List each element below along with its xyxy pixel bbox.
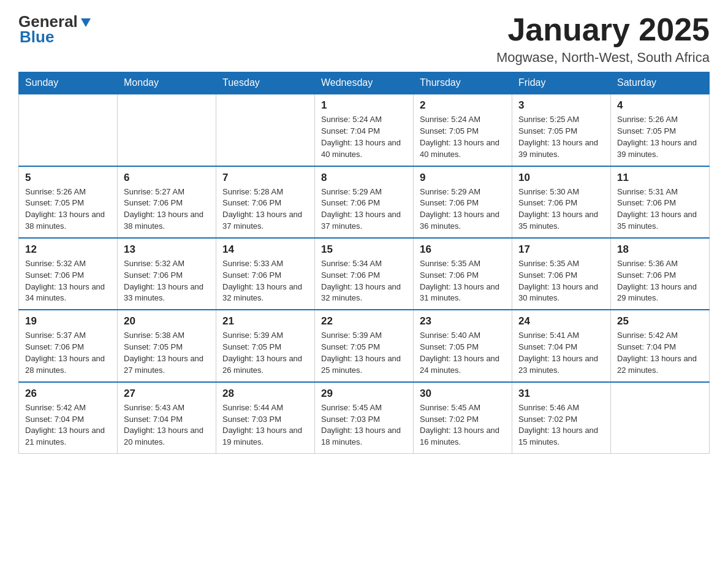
day-info: Sunrise: 5:35 AMSunset: 7:06 PMDaylight:… [518, 258, 604, 304]
day-info: Sunrise: 5:42 AMSunset: 7:04 PMDaylight:… [25, 402, 111, 448]
day-info: Sunrise: 5:24 AMSunset: 7:05 PMDaylight:… [420, 114, 506, 160]
day-number: 5 [25, 172, 111, 184]
day-info: Sunrise: 5:45 AMSunset: 7:02 PMDaylight:… [420, 402, 506, 448]
day-info: Sunrise: 5:39 AMSunset: 7:05 PMDaylight:… [321, 330, 407, 376]
day-number: 29 [321, 388, 407, 400]
col-thursday: Thursday [414, 72, 512, 94]
calendar-cell-w2-d1: 5Sunrise: 5:26 AMSunset: 7:05 PMDaylight… [19, 166, 118, 238]
calendar-cell-w4-d5: 23Sunrise: 5:40 AMSunset: 7:05 PMDayligh… [414, 310, 512, 381]
calendar-cell-w1-d2 [118, 94, 216, 166]
calendar-cell-w4-d7: 25Sunrise: 5:42 AMSunset: 7:04 PMDayligh… [611, 310, 710, 381]
col-monday: Monday [118, 72, 216, 94]
calendar-cell-w3-d6: 17Sunrise: 5:35 AMSunset: 7:06 PMDayligh… [512, 238, 611, 310]
day-info: Sunrise: 5:32 AMSunset: 7:06 PMDaylight:… [25, 258, 111, 304]
calendar-cell-w3-d5: 16Sunrise: 5:35 AMSunset: 7:06 PMDayligh… [414, 238, 512, 310]
calendar-cell-w1-d3 [216, 94, 315, 166]
day-number: 26 [25, 388, 111, 400]
day-number: 16 [420, 243, 506, 256]
day-info: Sunrise: 5:38 AMSunset: 7:05 PMDaylight:… [124, 330, 210, 376]
calendar-cell-w5-d3: 28Sunrise: 5:44 AMSunset: 7:03 PMDayligh… [216, 382, 315, 454]
day-number: 25 [617, 315, 703, 327]
logo-triangle-icon [79, 16, 93, 29]
day-number: 23 [420, 315, 506, 327]
day-number: 4 [617, 99, 703, 112]
day-number: 8 [321, 172, 407, 184]
day-number: 24 [518, 315, 604, 327]
day-info: Sunrise: 5:33 AMSunset: 7:06 PMDaylight:… [222, 258, 308, 304]
calendar-cell-w5-d4: 29Sunrise: 5:45 AMSunset: 7:03 PMDayligh… [315, 382, 414, 454]
calendar-cell-w5-d1: 26Sunrise: 5:42 AMSunset: 7:04 PMDayligh… [19, 382, 118, 454]
day-info: Sunrise: 5:42 AMSunset: 7:04 PMDaylight:… [617, 330, 703, 376]
calendar-cell-w2-d4: 8Sunrise: 5:29 AMSunset: 7:06 PMDaylight… [315, 166, 414, 238]
col-sunday: Sunday [19, 72, 118, 94]
day-number: 21 [222, 315, 308, 327]
day-info: Sunrise: 5:30 AMSunset: 7:06 PMDaylight:… [518, 186, 604, 232]
day-info: Sunrise: 5:29 AMSunset: 7:06 PMDaylight:… [321, 186, 407, 232]
calendar-cell-w4-d4: 22Sunrise: 5:39 AMSunset: 7:05 PMDayligh… [315, 310, 414, 381]
week-row-5: 26Sunrise: 5:42 AMSunset: 7:04 PMDayligh… [19, 382, 710, 454]
day-number: 13 [124, 243, 210, 256]
calendar-title: January 2025 [496, 12, 710, 47]
day-number: 28 [222, 388, 308, 400]
calendar-cell-w1-d6: 3Sunrise: 5:25 AMSunset: 7:05 PMDaylight… [512, 94, 611, 166]
calendar-cell-w5-d5: 30Sunrise: 5:45 AMSunset: 7:02 PMDayligh… [414, 382, 512, 454]
calendar-cell-w3-d2: 13Sunrise: 5:32 AMSunset: 7:06 PMDayligh… [118, 238, 216, 310]
day-info: Sunrise: 5:29 AMSunset: 7:06 PMDaylight:… [420, 186, 506, 232]
day-number: 2 [420, 99, 506, 112]
day-number: 18 [617, 243, 703, 256]
calendar-header-row: Sunday Monday Tuesday Wednesday Thursday… [19, 72, 710, 94]
calendar-cell-w4-d2: 20Sunrise: 5:38 AMSunset: 7:05 PMDayligh… [118, 310, 216, 381]
day-info: Sunrise: 5:46 AMSunset: 7:02 PMDaylight:… [518, 402, 604, 448]
day-number: 22 [321, 315, 407, 327]
calendar-cell-w2-d3: 7Sunrise: 5:28 AMSunset: 7:06 PMDaylight… [216, 166, 315, 238]
day-number: 17 [518, 243, 604, 256]
day-info: Sunrise: 5:31 AMSunset: 7:06 PMDaylight:… [617, 186, 703, 232]
day-info: Sunrise: 5:26 AMSunset: 7:05 PMDaylight:… [617, 114, 703, 160]
calendar-cell-w3-d7: 18Sunrise: 5:36 AMSunset: 7:06 PMDayligh… [611, 238, 710, 310]
day-info: Sunrise: 5:25 AMSunset: 7:05 PMDaylight:… [518, 114, 604, 160]
calendar-cell-w3-d1: 12Sunrise: 5:32 AMSunset: 7:06 PMDayligh… [19, 238, 118, 310]
week-row-2: 5Sunrise: 5:26 AMSunset: 7:05 PMDaylight… [19, 166, 710, 238]
day-number: 15 [321, 243, 407, 256]
calendar-cell-w4-d1: 19Sunrise: 5:37 AMSunset: 7:06 PMDayligh… [19, 310, 118, 381]
day-info: Sunrise: 5:35 AMSunset: 7:06 PMDaylight:… [420, 258, 506, 304]
page-header: General Blue January 2025 Mogwase, North… [18, 12, 710, 66]
calendar-cell-w2-d7: 11Sunrise: 5:31 AMSunset: 7:06 PMDayligh… [611, 166, 710, 238]
day-number: 12 [25, 243, 111, 256]
calendar-cell-w1-d4: 1Sunrise: 5:24 AMSunset: 7:04 PMDaylight… [315, 94, 414, 166]
day-info: Sunrise: 5:24 AMSunset: 7:04 PMDaylight:… [321, 114, 407, 160]
col-wednesday: Wednesday [315, 72, 414, 94]
calendar-cell-w2-d5: 9Sunrise: 5:29 AMSunset: 7:06 PMDaylight… [414, 166, 512, 238]
calendar-cell-w1-d5: 2Sunrise: 5:24 AMSunset: 7:05 PMDaylight… [414, 94, 512, 166]
calendar-cell-w3-d3: 14Sunrise: 5:33 AMSunset: 7:06 PMDayligh… [216, 238, 315, 310]
day-info: Sunrise: 5:44 AMSunset: 7:03 PMDaylight:… [222, 402, 308, 448]
svg-marker-0 [81, 18, 91, 27]
day-number: 31 [518, 388, 604, 400]
week-row-3: 12Sunrise: 5:32 AMSunset: 7:06 PMDayligh… [19, 238, 710, 310]
day-info: Sunrise: 5:27 AMSunset: 7:06 PMDaylight:… [124, 186, 210, 232]
day-number: 3 [518, 99, 604, 112]
day-number: 9 [420, 172, 506, 184]
day-info: Sunrise: 5:41 AMSunset: 7:04 PMDaylight:… [518, 330, 604, 376]
col-tuesday: Tuesday [216, 72, 315, 94]
day-info: Sunrise: 5:28 AMSunset: 7:06 PMDaylight:… [222, 186, 308, 232]
day-info: Sunrise: 5:45 AMSunset: 7:03 PMDaylight:… [321, 402, 407, 448]
day-info: Sunrise: 5:26 AMSunset: 7:05 PMDaylight:… [25, 186, 111, 232]
day-info: Sunrise: 5:32 AMSunset: 7:06 PMDaylight:… [124, 258, 210, 304]
week-row-1: 1Sunrise: 5:24 AMSunset: 7:04 PMDaylight… [19, 94, 710, 166]
day-number: 1 [321, 99, 407, 112]
day-number: 10 [518, 172, 604, 184]
day-number: 14 [222, 243, 308, 256]
week-row-4: 19Sunrise: 5:37 AMSunset: 7:06 PMDayligh… [19, 310, 710, 381]
calendar-cell-w1-d7: 4Sunrise: 5:26 AMSunset: 7:05 PMDaylight… [611, 94, 710, 166]
day-info: Sunrise: 5:36 AMSunset: 7:06 PMDaylight:… [617, 258, 703, 304]
col-saturday: Saturday [611, 72, 710, 94]
day-number: 6 [124, 172, 210, 184]
calendar-cell-w5-d6: 31Sunrise: 5:46 AMSunset: 7:02 PMDayligh… [512, 382, 611, 454]
calendar-cell-w4-d3: 21Sunrise: 5:39 AMSunset: 7:05 PMDayligh… [216, 310, 315, 381]
day-info: Sunrise: 5:40 AMSunset: 7:05 PMDaylight:… [420, 330, 506, 376]
logo-blue-text: Blue [20, 28, 54, 47]
day-number: 30 [420, 388, 506, 400]
day-number: 27 [124, 388, 210, 400]
calendar-cell-w5-d2: 27Sunrise: 5:43 AMSunset: 7:04 PMDayligh… [118, 382, 216, 454]
